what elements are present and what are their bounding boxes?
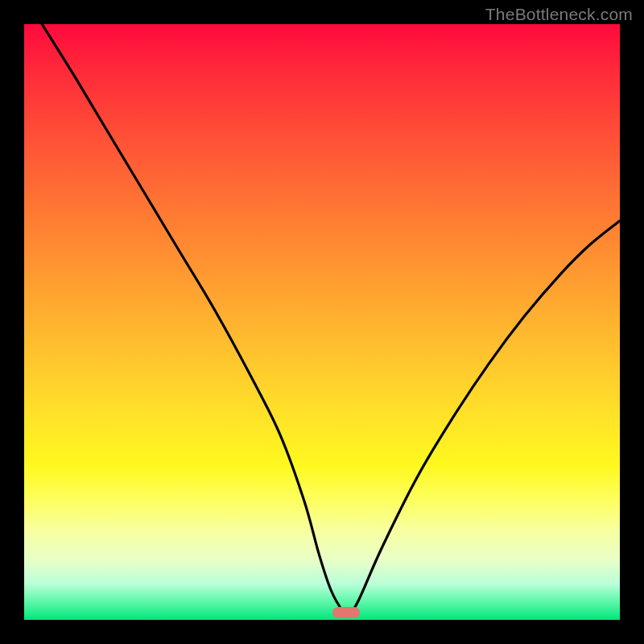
- chart-frame: TheBottleneck.com: [0, 0, 644, 644]
- bottleneck-curve: [24, 24, 620, 614]
- plot-area: [24, 24, 620, 620]
- watermark-text: TheBottleneck.com: [485, 5, 633, 24]
- curve-svg: [24, 24, 620, 620]
- optimum-marker: [332, 607, 360, 618]
